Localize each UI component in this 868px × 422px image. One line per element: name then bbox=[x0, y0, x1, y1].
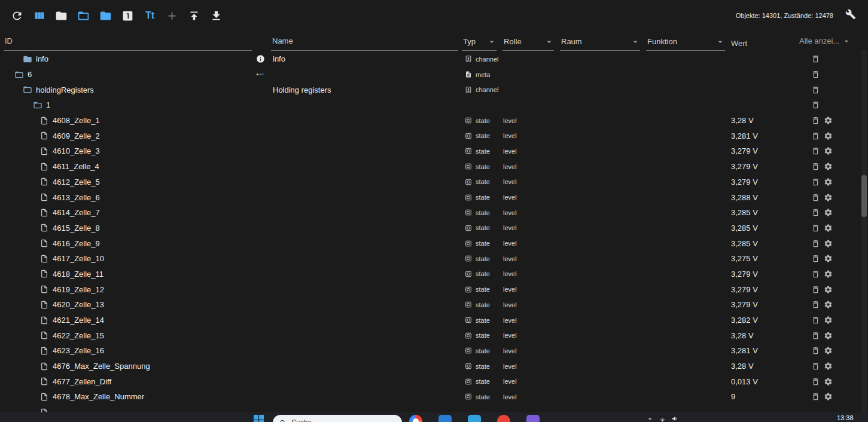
settings-button[interactable] bbox=[824, 392, 833, 401]
delete-button[interactable] bbox=[811, 178, 820, 186]
settings-button[interactable] bbox=[824, 132, 833, 140]
volume-icon[interactable] bbox=[671, 415, 679, 422]
collapse-all-button[interactable] bbox=[50, 5, 72, 27]
settings-wrench-button[interactable] bbox=[842, 7, 860, 25]
table-row[interactable]: holdingRegisters Holding registers chann… bbox=[0, 82, 860, 97]
table-row[interactable]: 4616_Zelle_9 state level 3,285 V bbox=[0, 236, 860, 251]
delete-button[interactable] bbox=[811, 193, 820, 202]
purple-app-icon[interactable] bbox=[526, 415, 540, 422]
settings-button[interactable] bbox=[824, 331, 833, 340]
table-row[interactable]: 4620_Zelle_13 state level 3,279 V bbox=[0, 297, 860, 313]
table-row[interactable]: 4678_Max_Zelle_Nummer state level 9 bbox=[0, 389, 860, 405]
red-app-icon[interactable] bbox=[497, 415, 510, 422]
blue-app-icon[interactable] bbox=[438, 415, 452, 422]
table-row[interactable]: info info channel bbox=[0, 51, 860, 67]
table-row[interactable]: 4613_Zelle_6 state level 3,288 V bbox=[0, 189, 860, 205]
settings-button[interactable] bbox=[824, 146, 833, 155]
settings-button[interactable] bbox=[824, 116, 833, 125]
table-row[interactable]: 4619_Zelle_12 state level 3,279 V bbox=[0, 282, 860, 297]
table-row[interactable]: 4614_Zelle_7 state level 3,285 V bbox=[0, 205, 860, 221]
table-row[interactable]: 4623_Zelle_16 state level 3,281 V bbox=[0, 343, 860, 359]
delete-button[interactable] bbox=[811, 146, 820, 155]
delete-button[interactable] bbox=[811, 377, 820, 386]
delete-button[interactable] bbox=[811, 316, 820, 325]
vertical-scrollbar-thumb[interactable] bbox=[861, 175, 867, 217]
delete-button[interactable] bbox=[811, 70, 820, 79]
delete-button[interactable] bbox=[811, 208, 820, 217]
browser-app-icon[interactable] bbox=[409, 415, 422, 422]
delete-button[interactable] bbox=[811, 100, 820, 109]
expand-one-level-button[interactable] bbox=[117, 5, 139, 27]
chevron-up-icon[interactable] bbox=[646, 415, 654, 422]
room-filter-select[interactable]: Raum bbox=[560, 34, 640, 51]
windows-start-button[interactable] bbox=[254, 415, 264, 422]
table-row[interactable]: 4610_Zelle_3 state level 3,279 V bbox=[0, 143, 860, 159]
settings-button[interactable] bbox=[824, 300, 833, 309]
table-row[interactable]: 4615_Zelle_8 state level 3,285 V bbox=[0, 221, 860, 236]
folder-open-icon[interactable] bbox=[33, 100, 42, 110]
settings-button[interactable] bbox=[824, 162, 833, 171]
settings-button[interactable] bbox=[824, 254, 833, 263]
custom-filter-select[interactable]: Alle anzei... bbox=[798, 33, 851, 51]
table-row[interactable]: 4612_Zelle_5 state level 3,279 V bbox=[0, 175, 860, 190]
type-filter-select[interactable]: Typ bbox=[462, 34, 497, 51]
settings-button[interactable] bbox=[824, 285, 833, 294]
delete-button[interactable] bbox=[811, 346, 820, 355]
table-row[interactable]: 1 bbox=[0, 97, 860, 113]
view-columns-button[interactable] bbox=[28, 5, 50, 27]
delete-button[interactable] bbox=[811, 85, 820, 94]
delete-button[interactable] bbox=[811, 224, 820, 233]
settings-button[interactable] bbox=[824, 346, 833, 355]
delete-button[interactable] bbox=[811, 331, 820, 340]
table-row[interactable]: 4611_Zelle_4 state level 3,279 V bbox=[0, 159, 860, 175]
refresh-button[interactable] bbox=[6, 5, 28, 27]
toggle-names-button[interactable]: Tt bbox=[139, 5, 161, 27]
settings-button[interactable] bbox=[824, 239, 833, 248]
settings-button[interactable] bbox=[824, 270, 833, 279]
table-row[interactable]: 4621_Zelle_14 state level 3,282 V bbox=[0, 313, 860, 328]
export-objects-button[interactable] bbox=[183, 5, 205, 27]
table-row[interactable]: 4608_Zelle_1 state level 3,28 V bbox=[0, 113, 860, 129]
delete-button[interactable] bbox=[811, 54, 820, 63]
delete-button[interactable] bbox=[811, 239, 820, 248]
name-filter-input[interactable] bbox=[271, 33, 458, 51]
function-filter-select[interactable]: Funktion bbox=[646, 34, 725, 51]
delete-button[interactable] bbox=[811, 392, 820, 401]
vertical-scrollbar-track[interactable] bbox=[861, 50, 867, 412]
delete-button[interactable] bbox=[811, 300, 820, 309]
taskbar-clock[interactable]: 13:38 bbox=[837, 414, 854, 421]
delete-button[interactable] bbox=[811, 254, 820, 263]
delete-button[interactable] bbox=[811, 132, 820, 140]
table-row[interactable]: 4622_Zelle_15 state level 3,28 V bbox=[0, 328, 860, 343]
id-filter-input[interactable] bbox=[4, 33, 252, 51]
table-row[interactable]: 4677_Zellen_Diff state level 0,013 V bbox=[0, 374, 860, 389]
delete-button[interactable] bbox=[811, 270, 820, 279]
lightblue-app-icon[interactable] bbox=[468, 415, 481, 422]
table-row[interactable]: 4617_Zelle_10 state level 3,275 V bbox=[0, 251, 860, 267]
folder-icon[interactable] bbox=[23, 54, 32, 64]
settings-button[interactable] bbox=[824, 208, 833, 217]
delete-button[interactable] bbox=[811, 362, 820, 371]
delete-button[interactable] bbox=[811, 285, 820, 294]
network-icon[interactable] bbox=[659, 415, 666, 422]
settings-button[interactable] bbox=[824, 377, 833, 386]
add-object-button[interactable] bbox=[161, 5, 183, 27]
role-filter-select[interactable]: Rolle bbox=[502, 34, 554, 51]
folder-open-icon[interactable] bbox=[23, 85, 32, 94]
collapse-one-level-button[interactable] bbox=[95, 5, 117, 27]
taskbar-search-box[interactable]: Suche bbox=[273, 415, 402, 422]
delete-button[interactable] bbox=[811, 162, 820, 171]
settings-button[interactable] bbox=[824, 178, 833, 186]
expand-all-button[interactable] bbox=[72, 5, 95, 27]
folder-open-icon[interactable] bbox=[14, 70, 24, 79]
table-row[interactable]: 4676_Max_Zelle_Spannung state level 3,28… bbox=[0, 359, 860, 374]
table-row[interactable] bbox=[0, 405, 860, 412]
settings-button[interactable] bbox=[824, 224, 833, 233]
settings-button[interactable] bbox=[824, 362, 833, 371]
settings-button[interactable] bbox=[824, 316, 833, 325]
table-row[interactable]: 4618_Zelle_11 state level 3,279 V bbox=[0, 267, 860, 282]
settings-button[interactable] bbox=[824, 193, 833, 202]
table-row[interactable]: 4609_Zelle_2 state level 3,281 V bbox=[0, 128, 860, 143]
delete-button[interactable] bbox=[811, 116, 820, 125]
import-objects-button[interactable] bbox=[205, 5, 227, 27]
